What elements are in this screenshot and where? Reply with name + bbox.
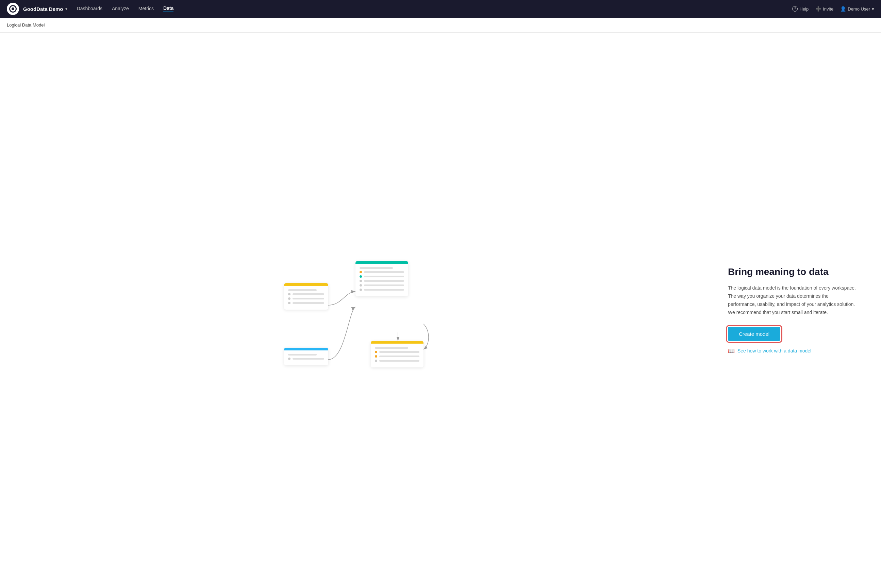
illustration-panel — [0, 33, 704, 588]
nav-analyze[interactable]: Analyze — [112, 6, 129, 12]
invite-icon: ➕ — [815, 6, 821, 12]
cta-content: Bring meaning to data The logical data m… — [728, 267, 857, 354]
illustration-card-1 — [284, 283, 328, 310]
invite-button[interactable]: ➕ Invite — [815, 6, 833, 12]
help-icon: ? — [792, 6, 798, 12]
user-icon: 👤 — [840, 6, 846, 12]
brand-chevron[interactable]: ▾ — [65, 6, 67, 11]
help-button[interactable]: ? Help — [792, 6, 809, 12]
nav-data[interactable]: Data — [163, 6, 173, 12]
main-content: Bring meaning to data The logical data m… — [0, 33, 881, 588]
data-model-illustration — [264, 242, 440, 378]
help-link[interactable]: 📖 See how to work with a data model — [728, 348, 857, 354]
right-panel: Bring meaning to data The logical data m… — [704, 33, 881, 588]
breadcrumb-text: Logical Data Model — [7, 22, 45, 27]
illustration-card-3 — [371, 341, 424, 368]
help-link-label: See how to work with a data model — [737, 348, 811, 354]
main-heading: Bring meaning to data — [728, 267, 857, 278]
illustration-card-4 — [284, 348, 328, 365]
user-chevron: ▾ — [872, 6, 874, 12]
help-label: Help — [799, 6, 809, 12]
book-icon: 📖 — [728, 348, 735, 354]
main-description: The logical data model is the foundation… — [728, 284, 857, 316]
nav-right: ? Help ➕ Invite 👤 Demo User ▾ — [792, 6, 874, 12]
illustration-card-2 — [355, 261, 408, 296]
nav-metrics[interactable]: Metrics — [138, 6, 154, 12]
nav-dashboards[interactable]: Dashboards — [77, 6, 103, 12]
brand-name: GoodData Demo — [23, 6, 63, 12]
user-menu[interactable]: 👤 Demo User ▾ — [840, 6, 874, 12]
nav-links: Dashboards Analyze Metrics Data — [77, 6, 792, 12]
user-label: Demo User — [848, 6, 870, 12]
invite-label: Invite — [823, 6, 833, 12]
app-logo — [7, 3, 19, 15]
breadcrumb: Logical Data Model — [0, 18, 881, 33]
create-model-button[interactable]: Create model — [728, 327, 780, 341]
navbar: GoodData Demo ▾ Dashboards Analyze Metri… — [0, 0, 881, 18]
